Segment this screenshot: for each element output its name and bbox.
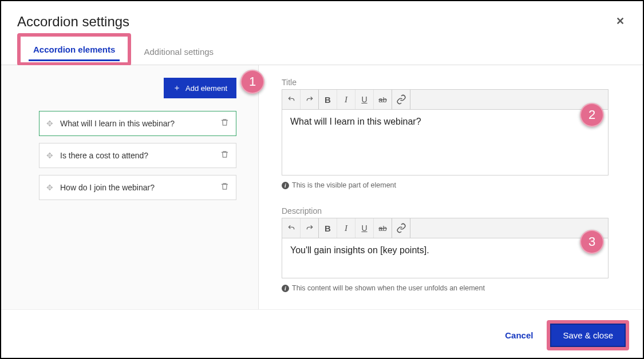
trash-icon[interactable] — [220, 182, 229, 193]
element-item-label: How do I join the webinar? — [60, 183, 214, 192]
highlight-box-tab: Accordion elements — [17, 33, 131, 66]
editor-panel: Title B I U ab i This is the visible par… — [259, 65, 643, 309]
redo-icon[interactable] — [301, 90, 319, 109]
tabs-strip: Accordion elements Additional settings — [1, 33, 643, 65]
description-hint: i This content will be shown when the us… — [282, 284, 609, 292]
cancel-button[interactable]: Cancel — [503, 325, 535, 346]
title-field-group: Title B I U ab i This is the visible par… — [282, 78, 609, 189]
strikethrough-button[interactable]: ab — [374, 90, 392, 109]
drag-handle-icon[interactable]: ✥ — [46, 183, 53, 192]
undo-icon[interactable] — [282, 90, 301, 109]
tab-accordion-elements[interactable]: Accordion elements — [21, 37, 128, 62]
close-icon[interactable]: ✕ — [614, 14, 627, 29]
add-element-button[interactable]: ＋ Add element — [164, 78, 236, 98]
bold-button[interactable]: B — [319, 90, 337, 109]
strikethrough-button[interactable]: ab — [374, 218, 392, 238]
underline-button[interactable]: U — [355, 218, 374, 238]
annotation-marker-3: 3 — [580, 230, 604, 254]
italic-button[interactable]: I — [337, 90, 355, 109]
redo-icon[interactable] — [301, 218, 319, 238]
plus-icon: ＋ — [173, 83, 181, 93]
title-toolbar: B I U ab — [282, 89, 609, 110]
tab-additional-settings[interactable]: Additional settings — [131, 39, 226, 65]
add-element-label: Add element — [185, 84, 227, 93]
title-hint: i This is the visible part of element — [282, 181, 609, 189]
element-item-label: Is there a cost to attend? — [60, 151, 214, 160]
description-field-group: Description B I U ab i This content will… — [282, 206, 609, 292]
element-item[interactable]: ✥ What will I learn in this webinar? — [39, 111, 236, 136]
italic-button[interactable]: I — [337, 218, 355, 238]
modal-footer: Cancel Save & close — [1, 310, 643, 359]
save-and-close-button[interactable]: Save & close — [550, 324, 626, 347]
modal-header: Accordion settings ✕ — [1, 1, 643, 33]
element-item-label: What will I learn in this webinar? — [60, 119, 214, 128]
description-label: Description — [282, 206, 609, 216]
accordion-settings-modal: Accordion settings ✕ Accordion elements … — [0, 0, 644, 359]
modal-title: Accordion settings — [17, 14, 129, 30]
element-item[interactable]: ✥ Is there a cost to attend? — [39, 143, 236, 168]
description-input[interactable] — [282, 238, 609, 278]
link-icon[interactable] — [392, 218, 410, 238]
elements-panel: ＋ Add element ✥ What will I learn in thi… — [1, 65, 259, 309]
info-icon: i — [282, 182, 289, 189]
undo-icon[interactable] — [282, 218, 301, 238]
drag-handle-icon[interactable]: ✥ — [46, 119, 53, 128]
bold-button[interactable]: B — [319, 218, 337, 238]
underline-button[interactable]: U — [355, 90, 374, 109]
annotation-marker-2: 2 — [580, 103, 604, 127]
title-label: Title — [282, 78, 609, 87]
description-toolbar: B I U ab — [282, 218, 609, 238]
info-icon: i — [282, 285, 289, 292]
link-icon[interactable] — [392, 90, 410, 109]
title-input[interactable] — [282, 110, 609, 175]
element-item[interactable]: ✥ How do I join the webinar? — [39, 175, 236, 200]
trash-icon[interactable] — [220, 150, 229, 161]
trash-icon[interactable] — [220, 118, 229, 129]
annotation-marker-1: 1 — [240, 70, 264, 94]
modal-body: ＋ Add element ✥ What will I learn in thi… — [1, 65, 643, 310]
drag-handle-icon[interactable]: ✥ — [46, 151, 53, 160]
highlight-box-save: Save & close — [547, 320, 629, 350]
